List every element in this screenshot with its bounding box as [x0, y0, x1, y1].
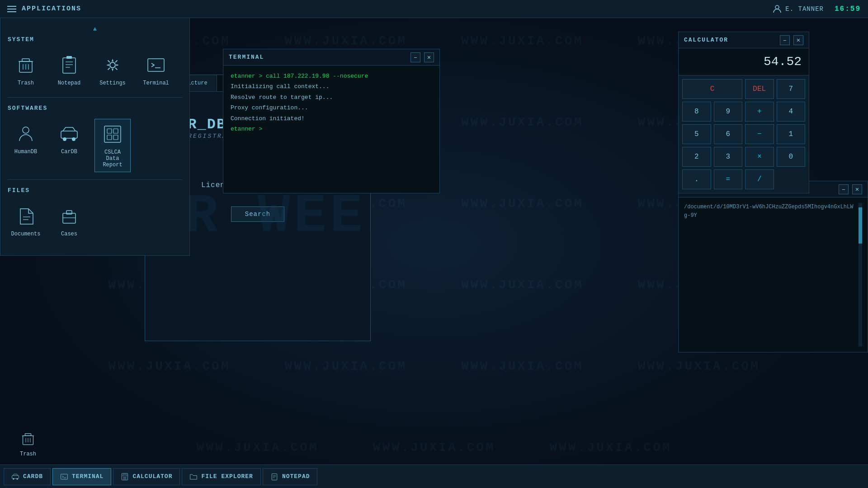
calc-3-button[interactable]: 3	[714, 147, 743, 167]
terminal-line-5: Connection initiated!	[231, 113, 432, 124]
taskbar-fileexplorer-icon	[189, 473, 198, 481]
calculator-buttons: C DEL 7 8 9 + 4 5 6 − 1 2 3 × 0 . = /	[679, 75, 809, 193]
calc-equals-button[interactable]: =	[714, 169, 743, 189]
hamburger-icon	[7, 6, 16, 12]
svg-point-56	[126, 479, 127, 479]
taskbar-calculator-label: CALCULATOR	[132, 473, 172, 480]
app-label-cases: Cases	[61, 231, 77, 237]
svg-rect-20	[104, 126, 121, 142]
svg-rect-27	[63, 213, 75, 223]
calc-9-button[interactable]: 9	[714, 102, 743, 122]
terminal-title: TERMINAL	[229, 54, 264, 61]
calc-2-button[interactable]: 2	[682, 147, 711, 167]
svg-rect-47	[61, 474, 68, 479]
system-apps-grid: Trash Notepad	[8, 50, 182, 90]
taskbar-item-terminal[interactable]: TERMINAL	[52, 468, 111, 485]
calc-clear-button[interactable]: C	[682, 79, 742, 99]
taskbar-item-cardb[interactable]: CARDB	[4, 468, 51, 485]
calculator-value: 54.52	[764, 55, 802, 69]
svg-point-52	[125, 477, 126, 478]
taskbar-item-notepad[interactable]: NOTEPAD	[263, 468, 318, 485]
desktop: WWW.JUXIA.COM WWW.JUXIA.COM WWW.JUXIA.CO…	[0, 0, 868, 488]
notepad-icon	[58, 54, 80, 76]
terminal-minimize-button[interactable]: –	[410, 52, 420, 62]
taskbar-cardb-icon	[11, 473, 19, 481]
app-label-cslca: CSLCA Data Report	[99, 149, 127, 168]
app-item-trash[interactable]: Trash	[8, 50, 44, 90]
documents-icon	[14, 205, 37, 227]
calculator-close-button[interactable]: ✕	[793, 35, 803, 45]
svg-point-16	[23, 127, 29, 133]
app-item-cases[interactable]: Cases	[51, 201, 87, 241]
desktop-trash-icon-img	[19, 429, 38, 448]
calculator-display: 54.52	[679, 48, 809, 75]
cardb-search-button[interactable]: Search	[231, 206, 284, 222]
menu-divider-1	[8, 97, 182, 98]
svg-rect-14	[148, 59, 164, 71]
calculator-minimize-button[interactable]: –	[780, 35, 790, 45]
svg-point-54	[123, 479, 124, 479]
terminal-icon	[145, 54, 167, 76]
topbar-right: E. TANNER 16:59	[773, 5, 861, 14]
svg-rect-23	[107, 135, 112, 140]
notepad-url-content: /document/d/10MD3rV1-wV6hJCHzuZZGepds5MI…	[679, 197, 868, 352]
calc-5-button[interactable]: 5	[682, 124, 711, 144]
svg-point-46	[16, 478, 18, 479]
app-item-terminal[interactable]: Terminal	[138, 50, 174, 90]
calc-plus-button[interactable]: +	[745, 102, 774, 122]
terminal-close-button[interactable]: ✕	[424, 52, 434, 62]
topbar: APPLICATIONS E. TANNER 16:59	[0, 0, 868, 18]
taskbar-item-calculator[interactable]: CALCULATOR	[113, 468, 180, 485]
app-label-humandb: HumanDB	[14, 149, 37, 155]
svg-point-0	[775, 5, 779, 9]
app-item-settings[interactable]: Settings	[94, 50, 131, 90]
trash-icon	[14, 54, 37, 76]
calc-dot-button[interactable]: .	[682, 169, 711, 189]
svg-rect-8	[63, 58, 75, 73]
terminal-controls: – ✕	[410, 52, 434, 62]
svg-point-55	[125, 479, 126, 479]
notepad-url-close-button[interactable]: ✕	[852, 184, 862, 194]
taskbar-notepad-label: NOTEPAD	[282, 473, 310, 480]
taskbar-item-fileexplorer[interactable]: FILE EXPLORER	[182, 468, 260, 485]
app-item-cslca[interactable]: CSLCA Data Report	[94, 119, 131, 172]
svg-rect-50	[123, 474, 127, 476]
softwares-section-title: Softwares	[8, 105, 182, 112]
svg-rect-24	[113, 135, 118, 140]
calculator-window: CALCULATOR – ✕ 54.52 C DEL 7 8 9 + 4 5 6…	[678, 32, 809, 193]
app-label-documents: Documents	[11, 231, 41, 237]
taskbar-fileexplorer-label: FILE EXPLORER	[201, 473, 253, 480]
app-item-documents[interactable]: Documents	[8, 201, 44, 241]
svg-rect-28	[66, 211, 72, 214]
app-item-cardb[interactable]: CarDB	[51, 119, 87, 172]
desktop-trash-icon[interactable]: Trash	[10, 426, 46, 461]
files-section-title: Files	[8, 187, 182, 194]
calc-minus-button[interactable]: −	[745, 124, 774, 144]
svg-point-7	[22, 61, 29, 69]
notepad-url-minimize-button[interactable]: –	[839, 184, 849, 194]
calc-6-button[interactable]: 6	[714, 124, 743, 144]
calc-1-button[interactable]: 1	[777, 124, 806, 144]
calc-4-button[interactable]: 4	[777, 102, 806, 122]
calc-multiply-button[interactable]: ×	[745, 147, 774, 167]
app-item-humandb[interactable]: HumanDB	[8, 119, 44, 172]
calc-7-button[interactable]: 7	[777, 79, 806, 99]
cardb-icon	[58, 122, 80, 145]
user-icon	[773, 5, 782, 14]
applications-menu-toggle[interactable]: APPLICATIONS	[7, 5, 81, 13]
calc-del-button[interactable]: DEL	[745, 79, 774, 99]
softwares-apps-grid: HumanDB CarDB	[8, 119, 182, 172]
calc-8-button[interactable]: 8	[682, 102, 711, 122]
calculator-controls: – ✕	[780, 35, 803, 45]
topbar-user: E. TANNER	[773, 5, 824, 14]
terminal-titlebar: TERMINAL – ✕	[223, 49, 439, 66]
topbar-title: APPLICATIONS	[22, 5, 81, 13]
calc-divide-button[interactable]: /	[745, 169, 774, 189]
calc-0-button[interactable]: 0	[777, 147, 806, 167]
app-label-terminal: Terminal	[143, 80, 169, 86]
calculator-title: CALCULATOR	[684, 37, 728, 43]
notepad-scrollbar[interactable]	[859, 203, 862, 347]
terminal-content: etanner > call 187.222.19.98 --nosecure …	[223, 66, 439, 193]
notepad-url-window: NOTEPAD – ✕ /document/d/10MD3rV1-wV6hJCH…	[678, 181, 868, 352]
app-item-notepad[interactable]: Notepad	[51, 50, 87, 90]
